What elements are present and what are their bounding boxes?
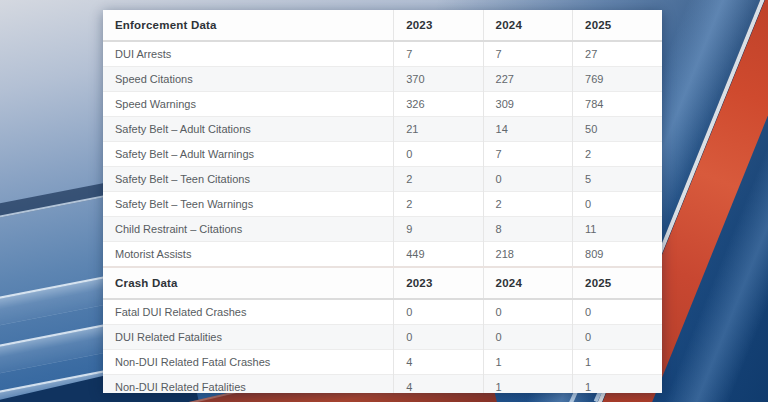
- enforcement-table-title: Enforcement Data: [103, 10, 394, 41]
- row-value: 0: [483, 325, 572, 350]
- row-value: 0: [483, 299, 572, 325]
- row-value: 4: [394, 375, 483, 394]
- column-header-2023: 2023: [394, 267, 483, 299]
- row-value: 1: [573, 350, 662, 375]
- row-value: 309: [483, 92, 572, 117]
- row-value: 7: [483, 142, 572, 167]
- row-value: 326: [394, 92, 483, 117]
- row-value: 2: [394, 192, 483, 217]
- row-value: 370: [394, 67, 483, 92]
- table-row: Safety Belt – Teen Warnings220: [103, 192, 662, 217]
- crash-data-table: Crash Data 2023 2024 2025 Fatal DUI Rela…: [103, 266, 662, 393]
- column-header-2025: 2025: [573, 10, 662, 41]
- table-row: Safety Belt – Teen Citations205: [103, 167, 662, 192]
- table-row: Child Restraint – Citations9811: [103, 217, 662, 242]
- table-row: Non-DUI Related Fatal Crashes411: [103, 350, 662, 375]
- crash-header-row: Crash Data 2023 2024 2025: [103, 267, 662, 299]
- enforcement-data-table: Enforcement Data 2023 2024 2025 DUI Arre…: [103, 10, 662, 266]
- row-value: 0: [394, 142, 483, 167]
- row-value: 2: [483, 192, 572, 217]
- row-value: 0: [394, 299, 483, 325]
- row-value: 50: [573, 117, 662, 142]
- row-value: 809: [573, 242, 662, 267]
- row-label: Non-DUI Related Fatalities: [103, 375, 394, 394]
- table-row: Safety Belt – Adult Warnings072: [103, 142, 662, 167]
- table-row: Speed Warnings326309784: [103, 92, 662, 117]
- row-value: 449: [394, 242, 483, 267]
- row-label: DUI Arrests: [103, 41, 394, 67]
- enforcement-header-row: Enforcement Data 2023 2024 2025: [103, 10, 662, 41]
- row-value: 9: [394, 217, 483, 242]
- row-label: Safety Belt – Teen Citations: [103, 167, 394, 192]
- row-value: 784: [573, 92, 662, 117]
- crash-table-body: Fatal DUI Related Crashes000DUI Related …: [103, 299, 662, 393]
- row-value: 1: [483, 375, 572, 394]
- table-row: Motorist Assists449218809: [103, 242, 662, 267]
- row-label: Safety Belt – Adult Citations: [103, 117, 394, 142]
- row-value: 0: [483, 167, 572, 192]
- table-row: Speed Citations370227769: [103, 67, 662, 92]
- data-panel: Enforcement Data 2023 2024 2025 DUI Arre…: [103, 10, 662, 393]
- column-header-2024: 2024: [483, 10, 572, 41]
- table-row: Fatal DUI Related Crashes000: [103, 299, 662, 325]
- row-label: Speed Citations: [103, 67, 394, 92]
- row-label: Safety Belt – Teen Warnings: [103, 192, 394, 217]
- row-value: 14: [483, 117, 572, 142]
- row-value: 4: [394, 350, 483, 375]
- row-value: 7: [483, 41, 572, 67]
- row-value: 27: [573, 41, 662, 67]
- row-value: 7: [394, 41, 483, 67]
- row-value: 21: [394, 117, 483, 142]
- row-label: Fatal DUI Related Crashes: [103, 299, 394, 325]
- crash-table-title: Crash Data: [103, 267, 394, 299]
- row-value: 769: [573, 67, 662, 92]
- column-header-2024: 2024: [483, 267, 572, 299]
- row-value: 8: [483, 217, 572, 242]
- row-value: 227: [483, 67, 572, 92]
- row-value: 0: [573, 325, 662, 350]
- row-value: 0: [573, 192, 662, 217]
- column-header-2023: 2023: [394, 10, 483, 41]
- row-value: 2: [394, 167, 483, 192]
- table-row: Non-DUI Related Fatalities411: [103, 375, 662, 394]
- table-row: Safety Belt – Adult Citations211450: [103, 117, 662, 142]
- table-row: DUI Arrests7727: [103, 41, 662, 67]
- row-label: Motorist Assists: [103, 242, 394, 267]
- row-value: 11: [573, 217, 662, 242]
- row-label: Speed Warnings: [103, 92, 394, 117]
- row-value: 2: [573, 142, 662, 167]
- row-label: Child Restraint – Citations: [103, 217, 394, 242]
- row-value: 0: [573, 299, 662, 325]
- row-value: 0: [394, 325, 483, 350]
- row-value: 1: [573, 375, 662, 394]
- row-value: 218: [483, 242, 572, 267]
- column-header-2025: 2025: [573, 267, 662, 299]
- table-row: DUI Related Fatalities000: [103, 325, 662, 350]
- news-graphic-stage: Enforcement Data 2023 2024 2025 DUI Arre…: [0, 0, 768, 402]
- row-label: Non-DUI Related Fatal Crashes: [103, 350, 394, 375]
- row-value: 5: [573, 167, 662, 192]
- row-label: DUI Related Fatalities: [103, 325, 394, 350]
- row-label: Safety Belt – Adult Warnings: [103, 142, 394, 167]
- row-value: 1: [483, 350, 572, 375]
- enforcement-table-body: DUI Arrests7727Speed Citations370227769S…: [103, 41, 662, 266]
